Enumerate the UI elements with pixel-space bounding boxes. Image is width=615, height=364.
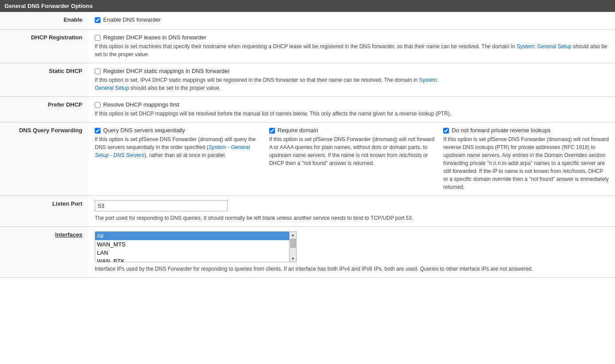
- checkbox-require-domain[interactable]: [269, 128, 275, 134]
- label-interfaces: Interfaces: [0, 227, 89, 278]
- checkbox-query-sequential-label: Query DNS servers sequentially: [103, 127, 185, 134]
- link-system-general-setup-1[interactable]: System: General Setup: [517, 43, 572, 50]
- row-listen-port: Listen Port The port used for responding…: [0, 196, 615, 227]
- link-system-2[interactable]: System:: [419, 77, 438, 83]
- config-table: Enable Enable DNS forwarder DHCP Registr…: [0, 12, 615, 278]
- desc-interfaces: Interface IPs used by the DNS Forwarder …: [95, 265, 609, 273]
- checkbox-static-dhcp[interactable]: [95, 69, 101, 74]
- option-wan-mts[interactable]: WAN_MTS: [95, 240, 289, 249]
- checkbox-prefer-dhcp-label: Resolve DHCP mappings first: [103, 101, 179, 108]
- label-static-dhcp: Static DHCP: [0, 63, 89, 97]
- row-enable: Enable Enable DNS forwarder: [0, 12, 615, 30]
- label-enable: Enable: [0, 12, 89, 30]
- label-interfaces-text: Interfaces: [55, 231, 82, 238]
- row-dns-query-forwarding: DNS Query Forwarding Query DNS servers s…: [0, 123, 615, 196]
- checkbox-no-private-reverse[interactable]: [443, 128, 449, 134]
- checkbox-prefer-dhcp[interactable]: [95, 102, 101, 108]
- option-all[interactable]: All: [95, 232, 289, 240]
- row-interfaces: Interfaces All WAN_MTS LAN WAN_BTK ▲ ▼: [0, 227, 615, 278]
- desc-no-private-reverse: If this option is set pfSense DNS Forwar…: [443, 135, 609, 191]
- content-static-dhcp: Register DHCP static mappings in DNS for…: [89, 63, 615, 97]
- desc-listen-port: The port used for responding to DNS quer…: [95, 214, 609, 222]
- desc-dhcp-registration: If this option is set machines that spec…: [95, 42, 609, 58]
- dns-col-3: Do not forward private reverse lookups I…: [443, 127, 609, 191]
- desc-query-sequential: If this option is set pfSense DNS Forwar…: [95, 135, 260, 159]
- content-dhcp-registration: Register DHCP leases in DNS forwarder If…: [89, 30, 615, 63]
- label-prefer-dhcp: Prefer DHCP: [0, 97, 89, 123]
- option-wan-btk[interactable]: WAN_BTK: [95, 257, 289, 262]
- checkbox-no-private-reverse-label: Do not forward private reverse lookups: [452, 127, 550, 134]
- desc-prefer-dhcp: If this option is set DHCP mappings will…: [95, 110, 609, 118]
- checkbox-require-domain-label: Require domain: [278, 127, 318, 134]
- checkbox-enable[interactable]: [95, 17, 101, 23]
- label-dhcp-registration: DHCP Registration: [0, 30, 89, 63]
- dns-col-1: Query DNS servers sequentially If this o…: [95, 127, 260, 159]
- scrollbar-down-arrow[interactable]: ▼: [291, 256, 295, 262]
- checkbox-enable-label: Enable DNS forwarder: [103, 16, 161, 23]
- label-dns-query-forwarding: DNS Query Forwarding: [0, 123, 89, 196]
- checkbox-dhcp-registration[interactable]: [95, 35, 101, 41]
- content-interfaces: All WAN_MTS LAN WAN_BTK ▲ ▼ Interface IP…: [89, 227, 615, 278]
- option-lan[interactable]: LAN: [95, 249, 289, 257]
- section-header: General DNS Forwarder Options: [0, 0, 615, 12]
- checkbox-query-sequential[interactable]: [95, 128, 101, 134]
- scrollbar-thumb[interactable]: [290, 239, 296, 248]
- dns-col-2: Require domain If this option is set pfS…: [269, 127, 435, 167]
- label-listen-port: Listen Port: [0, 196, 89, 227]
- input-listen-port[interactable]: [95, 200, 228, 211]
- checkbox-dhcp-registration-label: Register DHCP leases in DNS forwarder: [103, 34, 206, 41]
- checkbox-static-dhcp-label: Register DHCP static mappings in DNS for…: [103, 68, 230, 74]
- row-dhcp-registration: DHCP Registration Register DHCP leases i…: [0, 30, 615, 63]
- content-prefer-dhcp: Resolve DHCP mappings first If this opti…: [89, 97, 615, 123]
- content-enable: Enable DNS forwarder: [89, 12, 615, 30]
- row-static-dhcp: Static DHCP Register DHCP static mapping…: [0, 63, 615, 97]
- scrollbar-up-arrow[interactable]: ▲: [291, 232, 295, 238]
- desc-static-dhcp: If this option is set, IPv4 DHCP static …: [95, 76, 609, 92]
- content-listen-port: The port used for responding to DNS quer…: [89, 196, 615, 227]
- link-general-setup-2[interactable]: General Setup: [95, 85, 129, 91]
- scrollbar-track: ▲ ▼: [290, 231, 297, 262]
- interfaces-select-container: All WAN_MTS LAN WAN_BTK ▲ ▼: [95, 231, 297, 262]
- desc-require-domain: If this option is set pfSense DNS Forwar…: [269, 135, 435, 167]
- row-prefer-dhcp: Prefer DHCP Resolve DHCP mappings first …: [0, 97, 615, 123]
- content-dns-query-forwarding: Query DNS servers sequentially If this o…: [89, 123, 615, 196]
- dns-query-columns: Query DNS servers sequentially If this o…: [95, 127, 609, 191]
- interfaces-select[interactable]: All WAN_MTS LAN WAN_BTK: [95, 231, 290, 262]
